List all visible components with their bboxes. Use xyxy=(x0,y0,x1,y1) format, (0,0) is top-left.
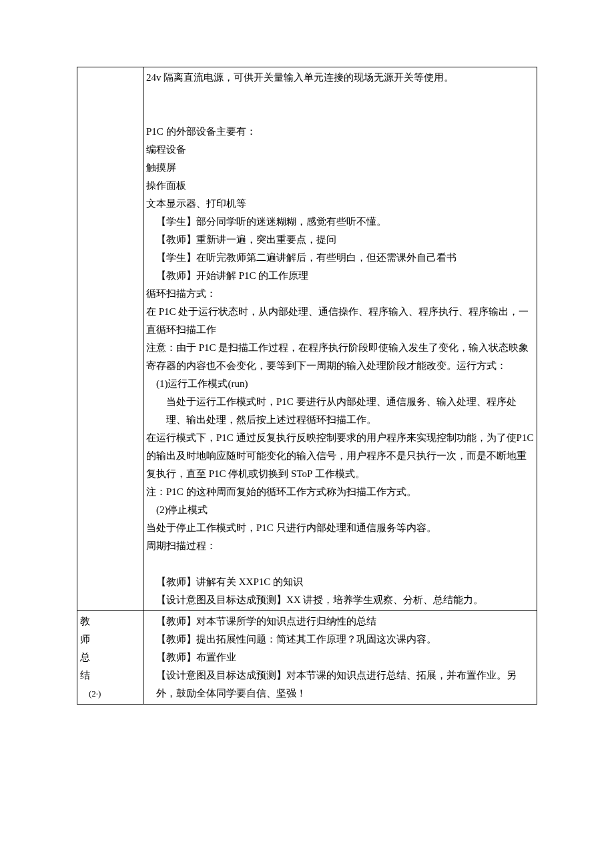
row-label-cell xyxy=(77,67,143,611)
text-line: (2)停止模式 xyxy=(146,501,534,519)
row-content-cell: 【教师】对本节课所学的知识点进行归纳性的总结 【教师】提出拓展性问题：简述其工作… xyxy=(143,611,537,705)
text-line: P1C 的外部设备主要有： xyxy=(146,123,534,141)
text-line: 【教师】重新讲一遍，突出重要点，提问 xyxy=(146,231,534,249)
text-line: 在 P1C 处于运行状态时，从内部处理、通信操作、程序输入、程序执行、程序输出，… xyxy=(146,303,534,339)
table-row: 教 师 总 结 (2·) 【教师】对本节课所学的知识点进行归纳性的总结 【教师】… xyxy=(77,611,537,705)
text-line: 【学生】部分同学听的迷迷糊糊，感觉有些听不懂。 xyxy=(146,213,534,231)
text-line: 循环扫描方式： xyxy=(146,285,534,303)
text-line: (1)运行工作模式(run) xyxy=(146,375,534,393)
row-label-cell: 教 师 总 结 (2·) xyxy=(77,611,143,705)
blank xyxy=(146,87,534,105)
label-char: 总 xyxy=(80,648,140,667)
text-line: 24v 隔离直流电源，可供开关量输入单元连接的现场无源开关等使用。 xyxy=(146,69,534,87)
text-line: 【学生】在听完教师第二遍讲解后，有些明白，但还需课外自己看书 xyxy=(146,249,534,267)
text-line: 编程设备 xyxy=(146,141,534,159)
label-note: (2·) xyxy=(80,689,101,699)
label-char: 结 xyxy=(80,667,140,685)
table-row: 24v 隔离直流电源，可供开关量输入单元连接的现场无源开关等使用。 P1C 的外… xyxy=(77,67,537,611)
text-line: 【教师】讲解有关 XXP1C 的知识 xyxy=(146,573,534,591)
lesson-table: 24v 隔离直流电源，可供开关量输入单元连接的现场无源开关等使用。 P1C 的外… xyxy=(77,67,537,705)
text-line: 【教师】对本节课所学的知识点进行归纳性的总结 xyxy=(146,612,534,630)
text-line: 当处于停止工作模式时，P1C 只进行内部处理和通信服务等内容。 xyxy=(146,519,534,537)
text-line: 注：P1C 的这种周而复始的循环工作方式称为扫描工作方式。 xyxy=(146,483,534,501)
text-line: 【设计意图及目标达成预测】XX 讲授，培养学生观察、分析、总结能力。 xyxy=(146,591,534,609)
row-content-cell: 24v 隔离直流电源，可供开关量输入单元连接的现场无源开关等使用。 P1C 的外… xyxy=(143,67,537,611)
text-line: 【教师】提出拓展性问题：简述其工作原理？巩固这次课内容。 xyxy=(146,630,534,648)
text-line: 【教师】开始讲解 P1C 的工作原理 xyxy=(146,267,534,285)
text-line: 【教师】布置作业 xyxy=(146,648,534,667)
label-char: 师 xyxy=(80,630,140,648)
blank xyxy=(146,105,534,123)
text-line: 当处于运行工作模式时，P1C 要进行从内部处理、通信服务、输入处理、程序处理、输… xyxy=(146,393,534,429)
text-line: 操作面板 xyxy=(146,177,534,195)
text-line: 触摸屏 xyxy=(146,159,534,177)
text-line: 文本显示器、打印机等 xyxy=(146,195,534,213)
text-line: 周期扫描过程： xyxy=(146,537,534,555)
text-line: 【设计意图及目标达成预测】对本节课的知识点进行总结、拓展，并布置作业。另外，鼓励… xyxy=(146,667,534,703)
text-line: 在运行模式下，P1C 通过反复执行反映控制要求的用户程序来实现控制功能，为了使P… xyxy=(146,429,534,483)
blank xyxy=(146,555,534,573)
text-line: 注意：由于 P1C 是扫描工作过程，在程序执行阶段即使输入发生了变化，输入状态映… xyxy=(146,339,534,375)
label-char: 教 xyxy=(80,612,140,630)
